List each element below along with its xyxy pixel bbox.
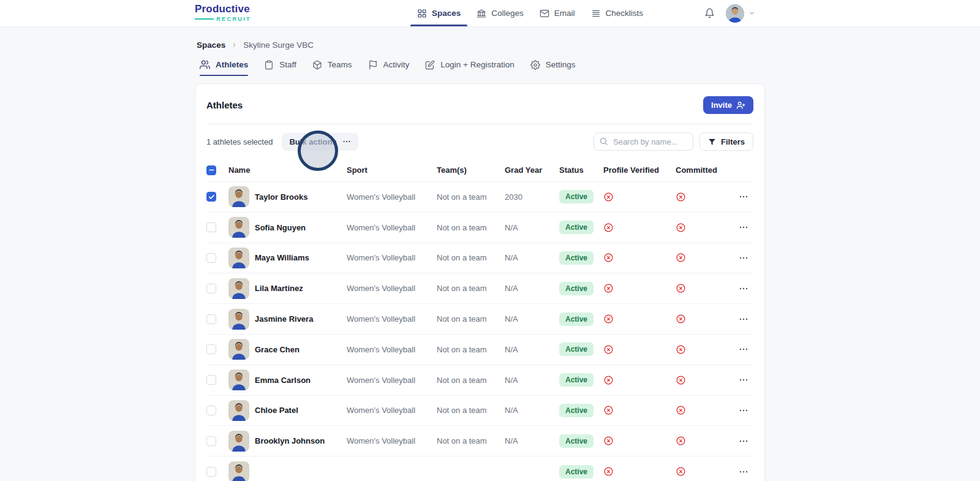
row-actions-button[interactable] (739, 222, 748, 232)
column-header-committed: Committed (676, 165, 733, 175)
athlete-avatar (228, 217, 249, 238)
athletes-panel: Athletes Invite 1 athletes selected Bulk… (195, 83, 765, 481)
filters-button[interactable]: Filters (699, 132, 753, 151)
tab-label: Teams (328, 60, 352, 69)
grad-year-cell: N/A (505, 314, 559, 324)
row-actions-button[interactable] (739, 406, 748, 415)
clipboard-icon (264, 60, 274, 70)
x-circle-icon (603, 192, 614, 202)
row-checkbox[interactable] (206, 253, 216, 263)
row-actions-button[interactable] (739, 314, 748, 324)
nav-item-email[interactable]: Email (532, 0, 583, 26)
search-icon (599, 137, 608, 146)
table-row: Sofia Nguyen Women's Volleyball Not on a… (206, 213, 753, 243)
x-circle-icon (676, 466, 686, 477)
table-toolbar: 1 athletes selected Bulk actions Filters (206, 124, 753, 159)
grad-year-cell: 2030 (505, 192, 559, 202)
status-badge: Active (559, 373, 594, 387)
nav-label: Colleges (491, 9, 524, 18)
row-actions-button[interactable] (739, 253, 748, 263)
athlete-avatar (228, 186, 249, 207)
team-cell: Not on a team (437, 253, 505, 262)
x-circle-icon (676, 222, 686, 233)
sport-cell: Women's Volleyball (347, 192, 437, 202)
x-circle-icon (676, 375, 686, 385)
status-badge: Active (559, 312, 594, 326)
select-all-checkbox[interactable] (206, 165, 216, 175)
tab-label: Staff (279, 60, 296, 69)
status-badge: Active (559, 343, 594, 356)
invite-button[interactable]: Invite (703, 96, 753, 114)
row-checkbox[interactable] (206, 314, 216, 324)
x-circle-icon (676, 436, 686, 446)
brand-subname: RECRUIT (216, 16, 251, 22)
table-row: Emma Carlson Women's Volleyball Not on a… (206, 365, 753, 396)
table-row: Chloe Patel Women's Volleyball Not on a … (206, 396, 753, 426)
x-circle-icon (603, 314, 614, 324)
x-circle-icon (603, 344, 614, 355)
tab-label: Login + Registration (440, 60, 514, 69)
team-cell: Not on a team (437, 314, 505, 324)
grad-year-cell: N/A (505, 253, 559, 262)
nav-label: Email (554, 9, 575, 18)
tab-activity[interactable]: Activity (368, 59, 410, 76)
nav-item-colleges[interactable]: Colleges (469, 0, 532, 26)
sport-cell: Women's Volleyball (347, 406, 437, 415)
row-checkbox[interactable] (206, 467, 216, 477)
x-circle-icon (676, 344, 686, 355)
nav-item-checklists[interactable]: Checklists (583, 0, 652, 26)
bulk-actions-button[interactable]: Bulk actions (282, 133, 358, 151)
table-row: Grace Chen Women's Volleyball Not on a t… (206, 335, 753, 365)
cube-icon (312, 60, 322, 70)
user-menu[interactable] (726, 4, 755, 23)
row-actions-button[interactable] (739, 436, 748, 446)
row-actions-button[interactable] (739, 375, 748, 385)
row-checkbox[interactable] (206, 375, 216, 385)
tab-staff[interactable]: Staff (264, 59, 296, 76)
row-actions-button[interactable] (739, 284, 748, 294)
breadcrumb-spaces[interactable]: Spaces (197, 40, 225, 50)
row-checkbox[interactable] (206, 344, 216, 354)
athlete-name: Taylor Brooks (255, 192, 307, 202)
sport-cell: Women's Volleyball (347, 376, 437, 385)
user-plus-icon (737, 101, 745, 110)
athlete-avatar (228, 248, 249, 268)
x-circle-icon (603, 375, 614, 385)
x-circle-icon (676, 405, 686, 415)
tab-teams[interactable]: Teams (312, 59, 352, 76)
panel-title: Athletes (206, 100, 243, 110)
athlete-name: Grace Chen (255, 345, 300, 354)
list-icon (591, 9, 601, 18)
row-actions-button[interactable] (739, 467, 748, 477)
row-actions-button[interactable] (739, 192, 748, 202)
athlete-name: Chloe Patel (255, 406, 298, 415)
row-actions-button[interactable] (739, 344, 748, 354)
row-checkbox[interactable] (206, 192, 216, 202)
athlete-avatar (228, 278, 249, 299)
nav-label: Checklists (606, 9, 644, 18)
status-badge: Active (559, 282, 594, 295)
row-checkbox[interactable] (206, 436, 216, 446)
sport-cell: Women's Volleyball (347, 253, 437, 262)
nav-item-spaces[interactable]: Spaces (409, 0, 469, 26)
search-input[interactable] (594, 132, 693, 151)
brand-logo[interactable]: Productive RECRUIT (195, 3, 251, 22)
x-circle-icon (603, 466, 614, 477)
x-circle-icon (676, 314, 686, 324)
tab-settings[interactable]: Settings (530, 59, 576, 76)
grad-year-cell: N/A (505, 284, 559, 293)
row-checkbox[interactable] (206, 406, 216, 415)
tab-login-registration[interactable]: Login + Registration (425, 59, 514, 76)
x-circle-icon (603, 283, 614, 294)
row-checkbox[interactable] (206, 222, 216, 232)
x-circle-icon (676, 283, 686, 294)
top-navigation-bar: Productive RECRUIT Spaces Colleges Email… (0, 0, 980, 27)
row-checkbox[interactable] (206, 284, 216, 294)
notification-bell-icon[interactable] (704, 8, 715, 18)
sport-cell: Women's Volleyball (347, 436, 437, 445)
tab-athletes[interactable]: Athletes (200, 59, 248, 76)
bulk-actions-label: Bulk actions (289, 137, 336, 146)
team-cell: Not on a team (437, 192, 505, 202)
team-cell: Not on a team (437, 436, 505, 445)
user-avatar (726, 4, 744, 23)
